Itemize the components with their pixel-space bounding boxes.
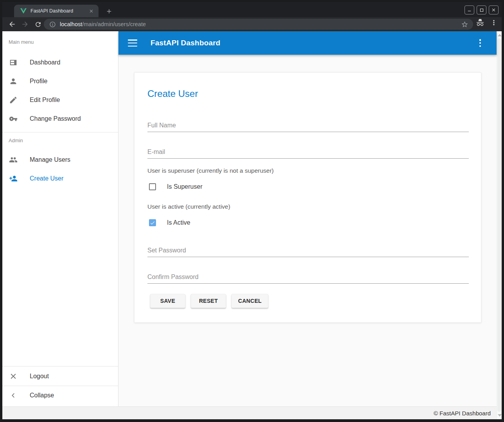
hamburger-menu-icon[interactable] xyxy=(128,39,137,46)
browser-menu-kebab-icon[interactable] xyxy=(490,19,498,27)
vue-logo-icon xyxy=(20,8,27,14)
reset-button[interactable]: RESET xyxy=(191,294,226,308)
url-text: localhost/main/admin/users/create xyxy=(60,21,461,27)
sidebar-item-dashboard[interactable]: Dashboard xyxy=(2,53,118,72)
checkbox-box-icon[interactable] xyxy=(149,183,156,190)
chevron-left-icon xyxy=(9,391,18,400)
app-title: FastAPI Dashboard xyxy=(151,39,221,47)
page-content: Main menu Dashboard Profile xyxy=(2,31,502,419)
reload-button[interactable] xyxy=(32,18,44,30)
tab-close-icon[interactable] xyxy=(88,8,95,14)
form-title: Create User xyxy=(147,88,198,99)
browser-tab[interactable]: FastAPI Dashboard xyxy=(14,5,99,17)
sidebar: Main menu Dashboard Profile xyxy=(2,31,118,406)
sidebar-divider xyxy=(2,366,118,367)
cancel-button[interactable]: CANCEL xyxy=(231,294,268,308)
main-area: Create User User is superuser (currently… xyxy=(118,55,497,406)
site-info-icon[interactable] xyxy=(49,21,56,28)
tab-title: FastAPI Dashboard xyxy=(30,8,88,14)
tab-strip: FastAPI Dashboard xyxy=(2,2,502,17)
set-password-field xyxy=(147,244,469,257)
app-menu-kebab-icon[interactable] xyxy=(475,38,485,48)
sidebar-item-manage-users[interactable]: Manage Users xyxy=(2,150,118,169)
window-controls xyxy=(465,5,499,14)
scrollbar-thumb[interactable] xyxy=(497,38,501,412)
full-name-field xyxy=(147,119,469,132)
is-active-checkbox[interactable]: Is Active xyxy=(149,218,190,227)
confirm-password-input[interactable] xyxy=(147,270,469,284)
checkbox-check-icon[interactable] xyxy=(149,219,156,226)
maximize-button[interactable] xyxy=(477,5,486,14)
active-hint: User is active (currently active) xyxy=(147,203,230,210)
is-superuser-checkbox[interactable]: Is Superuser xyxy=(149,182,203,191)
new-tab-button[interactable] xyxy=(105,7,113,16)
sidebar-divider xyxy=(2,132,118,132)
email-input[interactable] xyxy=(147,145,469,159)
vertical-scrollbar[interactable] xyxy=(497,31,502,419)
address-bar[interactable]: localhost/main/admin/users/create xyxy=(44,19,473,30)
scroll-down-arrow-icon[interactable] xyxy=(498,414,502,417)
full-name-input[interactable] xyxy=(147,119,469,132)
sidebar-item-create-user[interactable]: Create User xyxy=(2,169,118,188)
copyright-text: © FastAPI Dashboard xyxy=(434,410,491,417)
incognito-icon xyxy=(476,18,484,27)
close-window-button[interactable] xyxy=(489,5,499,14)
set-password-input[interactable] xyxy=(147,244,469,257)
save-button[interactable]: SAVE xyxy=(150,294,185,308)
sidebar-item-logout[interactable]: Logout xyxy=(2,367,118,386)
sidebar-section-main-menu: Main menu xyxy=(9,39,34,45)
browser-toolbar: localhost/main/admin/users/create xyxy=(2,17,502,31)
superuser-hint: User is superuser (currently is not a su… xyxy=(147,167,274,174)
back-button[interactable] xyxy=(6,18,18,30)
person-add-icon xyxy=(9,174,18,183)
dashboard-icon xyxy=(9,58,18,67)
sidebar-item-collapse[interactable]: Collapse xyxy=(2,386,118,405)
key-icon xyxy=(9,114,18,123)
close-icon xyxy=(9,372,18,381)
person-icon xyxy=(9,77,18,86)
browser-window: FastAPI Dashboard xyxy=(0,0,504,422)
sidebar-item-profile[interactable]: Profile xyxy=(2,72,118,91)
app-header: FastAPI Dashboard xyxy=(118,31,497,55)
confirm-password-field xyxy=(147,270,469,284)
sidebar-item-edit-profile[interactable]: Edit Profile xyxy=(2,91,118,109)
bookmark-star-icon[interactable] xyxy=(461,21,468,28)
minimize-button[interactable] xyxy=(465,5,474,14)
sidebar-section-admin: Admin xyxy=(9,138,23,143)
forward-button[interactable] xyxy=(19,18,31,30)
people-icon xyxy=(9,156,18,164)
sidebar-item-change-password[interactable]: Change Password xyxy=(2,109,118,128)
form-buttons: SAVE RESET CANCEL xyxy=(150,294,268,308)
create-user-card: Create User User is superuser (currently… xyxy=(134,72,481,323)
pencil-icon xyxy=(9,96,18,104)
email-field xyxy=(147,145,469,159)
scroll-up-arrow-icon[interactable] xyxy=(498,34,502,36)
page-footer: © FastAPI Dashboard xyxy=(2,406,497,419)
